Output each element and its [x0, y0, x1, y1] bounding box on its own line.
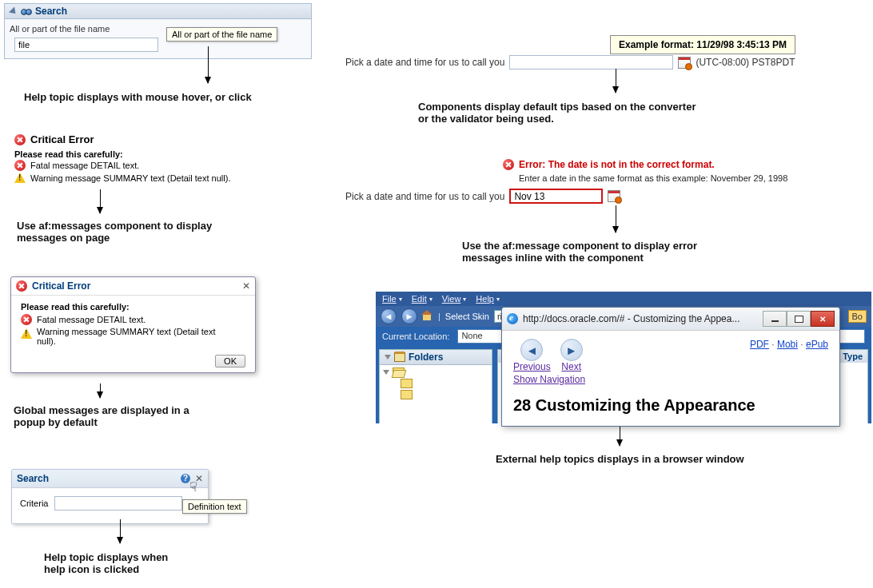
nav-next-icon[interactable]: ► — [560, 339, 583, 361]
arrow-icon — [100, 189, 101, 213]
binoculars-icon — [21, 6, 32, 16]
tree-item-folder0[interactable]: Folder0 — [383, 378, 488, 389]
nav-prev-link[interactable]: Previous — [513, 361, 551, 372]
window-minimize-button[interactable] — [763, 311, 787, 327]
menu-edit[interactable]: Edit▾ — [412, 294, 433, 304]
search-title: Search — [35, 6, 67, 17]
show-nav-link[interactable]: Show Navigation — [513, 374, 585, 385]
nav-back-button[interactable]: ◄ — [381, 308, 397, 324]
error-icon — [14, 160, 26, 171]
cursor-hand-icon: ☟ — [189, 479, 197, 495]
caption-tip-2: or the validator being used. — [418, 113, 696, 125]
app-menu-bar: File▾ Edit▾ View▾ Help▾ — [376, 292, 871, 306]
ie-icon — [507, 313, 518, 324]
mobi-link[interactable]: Mobi — [777, 339, 798, 350]
error-icon — [16, 280, 27, 292]
calendar-icon[interactable] — [608, 190, 620, 202]
caption-messages-2: messages on page — [17, 232, 212, 244]
error-icon — [14, 134, 26, 145]
caption-browser: External help topics displays in a brows… — [496, 453, 744, 465]
dialog-subtitle: Please read this carefully: — [21, 302, 245, 312]
example-format-tooltip: Example format: 11/29/98 3:45:13 PM — [610, 35, 795, 54]
nav-next-link[interactable]: Next — [561, 361, 581, 372]
file-name-input[interactable] — [14, 38, 158, 52]
folders-panel: Folders My Files Folder0 Folder1 — [379, 349, 492, 423]
caption-popup-2: popup by default — [14, 416, 189, 428]
warning-icon — [21, 328, 32, 339]
search-panel-header: Search — [4, 3, 312, 19]
caption-popup-1: Global messages are displayed in a — [14, 404, 189, 416]
arrow-icon — [616, 205, 616, 232]
date-input[interactable] — [509, 55, 673, 70]
calendar-icon[interactable] — [678, 57, 691, 69]
date-label-2: Pick a date and time for us to call you — [345, 191, 504, 202]
caption-messages-1: Use af:messages component to display — [17, 220, 212, 232]
menu-file[interactable]: File▾ — [382, 294, 402, 304]
fatal-message-row: Fatal message DETAIL text. — [14, 159, 278, 172]
folders-title: Folders — [409, 352, 443, 363]
warning-icon — [14, 173, 26, 183]
date-error-heading: Error: The date is not in the correct fo… — [503, 159, 787, 170]
caption-def-1: Help topic displays when — [44, 551, 168, 563]
arrow-icon — [100, 383, 101, 398]
date-error-title: Error: The date is not in the correct fo… — [519, 159, 715, 170]
window-close-button[interactable] — [811, 311, 835, 327]
caption-def-2: help icon is clicked — [44, 563, 168, 575]
nav-forward-button[interactable]: ► — [401, 308, 417, 324]
timezone-text: (UTC-08:00) PST8PDT — [696, 57, 795, 68]
warning-message-row: Warning message SUMMARY text (Detail tex… — [14, 172, 278, 184]
folders-icon — [394, 352, 405, 362]
disclose-icon[interactable] — [385, 355, 391, 360]
window-maximize-button[interactable] — [787, 311, 811, 327]
caption-search: Help topic displays with mouse hover, or… — [24, 91, 252, 103]
criteria-input[interactable] — [54, 496, 182, 511]
browser-title: http://docs.oracle.com/# - Customizing t… — [523, 313, 739, 324]
close-icon[interactable]: ✕ — [242, 280, 250, 292]
disclose-icon[interactable] — [9, 6, 18, 16]
date-error-detail: Enter a date in the same format as this … — [519, 173, 787, 183]
error-icon — [21, 314, 32, 325]
criteria-label: Criteria — [20, 499, 48, 508]
tree-root[interactable]: My Files — [383, 367, 488, 378]
arrow-icon — [208, 46, 209, 83]
browser-titlebar: http://docs.oracle.com/# - Customizing t… — [502, 308, 839, 331]
home-icon[interactable] — [422, 312, 433, 321]
select-skin-label: Select Skin — [445, 312, 489, 321]
date-label: Pick a date and time for us to call you — [345, 57, 504, 68]
browser-body: ◄ Previous ► Next Show Navigation PDF · … — [502, 331, 839, 426]
tree-folder0-label: Folder0 — [416, 379, 445, 388]
dialog-title: Critical Error — [32, 280, 90, 292]
definition-tooltip: Definition text — [182, 499, 247, 514]
pdf-link[interactable]: PDF — [750, 339, 769, 350]
menu-help[interactable]: Help▾ — [476, 294, 500, 304]
arrow-icon — [616, 69, 616, 93]
fatal-text: Fatal message DETAIL text. — [30, 161, 139, 170]
error-icon — [503, 159, 514, 170]
arrow-icon — [620, 427, 620, 446]
tree-folder1-label: Folder1 — [416, 390, 445, 399]
dialog-header: Critical Error ✕ — [11, 277, 255, 296]
tree-item-folder1[interactable]: Folder1 — [383, 389, 488, 400]
folder-icon — [401, 390, 413, 399]
filename-tooltip: All or part of the file name — [166, 27, 277, 42]
page-heading: 28 Customizing the Appearance — [513, 396, 828, 415]
caption-dateerr-1: Use the af:message component to display … — [462, 240, 697, 252]
arrow-icon — [120, 519, 121, 543]
bookmarkable-link[interactable]: Bo — [848, 310, 867, 323]
tree-root-label: My Files — [408, 368, 440, 377]
folders-header: Folders — [380, 350, 492, 365]
location-label: Current Location: — [382, 332, 449, 341]
critical-error-title: Critical Error — [30, 133, 94, 145]
folder-icon — [393, 368, 405, 377]
epub-link[interactable]: ePub — [806, 339, 828, 350]
def-search-title: Search — [17, 473, 49, 484]
dialog-warning-text: Warning message SUMMARY text (Detail tex… — [37, 327, 237, 346]
nav-prev-icon[interactable]: ◄ — [520, 339, 543, 361]
warning-text: Warning message SUMMARY text (Detail tex… — [30, 173, 230, 183]
expand-icon[interactable] — [383, 370, 389, 375]
def-search-header: Search ? ✕ — [12, 470, 208, 488]
menu-view[interactable]: View▾ — [442, 294, 467, 304]
critical-error-header: Critical Error — [14, 133, 278, 146]
date-error-input[interactable] — [509, 189, 603, 204]
ok-button[interactable]: OK — [215, 355, 245, 368]
